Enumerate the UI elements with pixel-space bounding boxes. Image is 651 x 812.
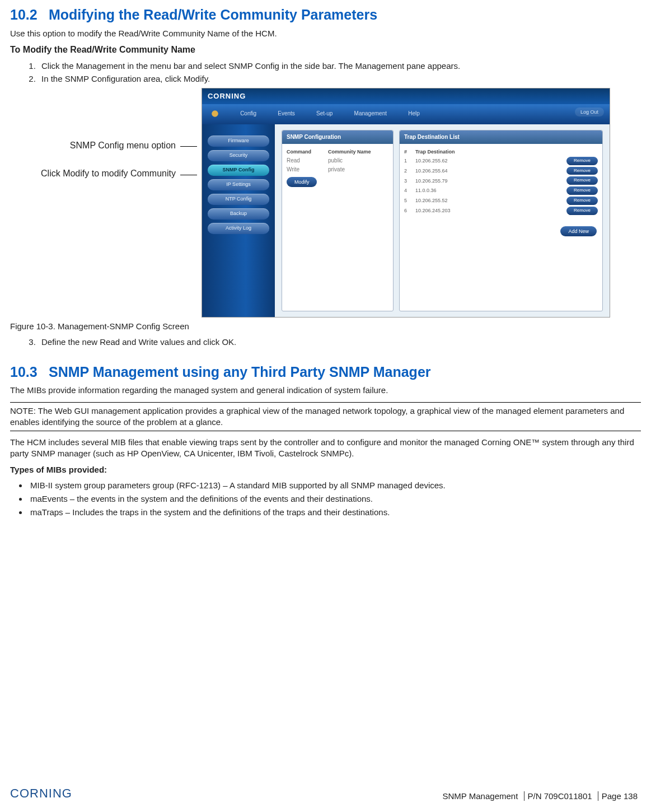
section-103-p2: The HCM includes several MIB files that … [10, 437, 641, 460]
sidebar-item-firmware[interactable]: Firmware [208, 136, 269, 147]
sidebar-item-activity-log[interactable]: Activity Log [208, 223, 269, 234]
figure-wrap: SNMP Config menu option Click Modify to … [10, 88, 641, 318]
nav-management[interactable]: Management [345, 104, 397, 118]
col-community: Community Name [328, 148, 388, 155]
steps-list-2: Define the new Read and Write values and… [10, 337, 641, 348]
remove-button[interactable]: Remove [566, 176, 598, 185]
nav-setup[interactable]: Set-up [307, 104, 343, 118]
section-102-title: Modifying the Read/Write Community Param… [49, 7, 377, 22]
section-103-p1: The MIBs provide information regarding t… [10, 385, 641, 396]
trap-col-num: # [404, 148, 415, 155]
annotation-connectors [180, 88, 197, 318]
top-nav: Config Events Set-up Management Help [202, 104, 610, 124]
remove-button[interactable]: Remove [566, 207, 598, 215]
trap-table: # Trap Destination 110.206.255.62Remove … [404, 148, 598, 215]
nav-help[interactable]: Help [399, 104, 430, 118]
section-102-heading: 10.2 Modifying the Read/Write Community … [10, 6, 641, 25]
section-103-number: 10.3 [10, 363, 45, 382]
remove-button[interactable]: Remove [566, 157, 598, 165]
section-102-intro: Use this option to modify the Read/Write… [10, 28, 641, 39]
annotation-snmp-config: SNMP Config menu option [70, 141, 176, 151]
remove-button[interactable]: Remove [566, 186, 598, 195]
add-new-button[interactable]: Add New [560, 226, 597, 236]
section-103-heading: 10.3 SNMP Management using any Third Par… [10, 363, 641, 382]
bullet-mib2: MIB-II system group parameters group (RF… [28, 480, 641, 491]
types-heading: Types of MIBs provided: [10, 464, 641, 475]
section-102-number: 10.2 [10, 6, 45, 25]
figure-caption: Figure 10-3. Management-SNMP Config Scre… [10, 321, 641, 332]
sidebar-item-ntp-config[interactable]: NTP Config [208, 194, 269, 205]
note-text: NOTE: The Web GUI management application… [10, 406, 624, 427]
row-read-val: public [328, 157, 388, 165]
trap-destination-pane: Trap Destination List # Trap Destination… [399, 130, 603, 311]
trap-col-dest: Trap Destination [415, 148, 566, 155]
nav-config[interactable]: Config [231, 104, 266, 118]
section-103-title: SNMP Management using any Third Party SN… [49, 364, 431, 380]
annotation-modify: Click Modify to modify Community [41, 169, 176, 179]
sidebar-item-snmp-config[interactable]: SNMP Config [208, 165, 269, 176]
step-2: In the SNMP Configuration area, click Mo… [38, 73, 641, 85]
nav-events[interactable]: Events [269, 104, 305, 118]
snmp-config-pane: SNMP Configuration Command Community Nam… [282, 130, 394, 311]
step-1: Click the Management in the menu bar and… [38, 60, 641, 72]
app-brand: CORNING [202, 88, 610, 104]
col-command: Command [287, 148, 320, 155]
row-write-cmd: Write [287, 166, 320, 174]
snmp-config-title: SNMP Configuration [282, 130, 393, 144]
note-block: NOTE: The Web GUI management application… [10, 402, 641, 432]
embedded-screenshot: CORNING Config Events Set-up Management … [202, 88, 610, 318]
sidebar-item-backup[interactable]: Backup [208, 208, 269, 220]
annotation-column: SNMP Config menu option Click Modify to … [41, 88, 176, 318]
section-102-subhead: To Modify the Read/Write Community Name [10, 44, 641, 56]
step-3: Define the new Read and Write values and… [38, 337, 641, 348]
svg-point-0 [212, 110, 218, 117]
sidebar-item-ip-settings[interactable]: IP Settings [208, 179, 269, 190]
mib-types-list: MIB-II system group parameters group (RF… [10, 480, 641, 519]
modify-button[interactable]: Modify [287, 177, 317, 187]
sidebar-item-security[interactable]: Security [208, 150, 269, 161]
trap-list-title: Trap Destination List [400, 130, 602, 144]
row-write-val: private [328, 166, 388, 174]
row-read-cmd: Read [287, 157, 320, 165]
logout-button[interactable]: Log Out [575, 108, 604, 116]
remove-button[interactable]: Remove [566, 167, 598, 175]
remove-button[interactable]: Remove [566, 197, 598, 205]
nav-home-icon[interactable] [202, 104, 229, 118]
steps-list-1: Click the Management in the menu bar and… [10, 60, 641, 85]
sidebar: Firmware Security SNMP Config IP Setting… [202, 124, 275, 317]
bullet-matraps: maTraps – Includes the traps in the syst… [28, 507, 641, 518]
bullet-maevents: maEvents – the events in the system and … [28, 493, 641, 505]
